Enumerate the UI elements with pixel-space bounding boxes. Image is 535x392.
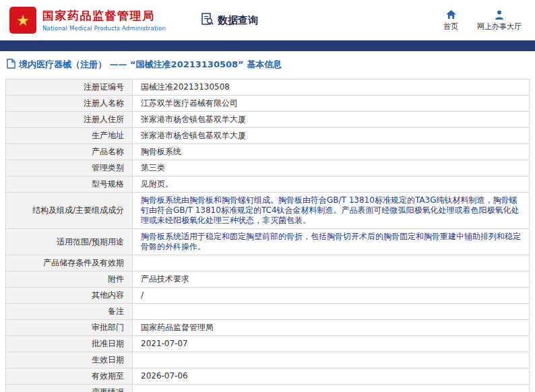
data-query-tab[interactable]: 数据查询 [201, 12, 258, 28]
row-value: 2021-07-07 [133, 336, 530, 352]
table-row: 适用范围/预期用途胸骨板系统适用于稳定和固定胸壁前部的骨折，包括胸骨切开术后的胸… [6, 229, 530, 255]
table-row: 生效日期 [6, 352, 530, 368]
table-row: 产品名称胸骨板系统 [6, 144, 530, 160]
row-label: 生效日期 [6, 352, 133, 368]
nav-home-label: 首页 [443, 22, 458, 32]
table-row: 结构及组成/主要组成成分胸骨板系统由胸骨板和胸骨螺钉组成。胸骨板由符合GB/T … [6, 193, 530, 229]
table-row: 批准日期2021-07-07 [6, 336, 530, 352]
breadcrumb-text: 境内医疗器械（注册） —— “国械注准20213130508” 基本信息 [19, 59, 282, 71]
row-label: 产品储存条件及有效期 [6, 255, 133, 271]
table-row: 注册人名称江苏双羊医疗器械有限公司 [6, 96, 530, 112]
row-label: 审批部门 [6, 320, 133, 336]
breadcrumb: 境内医疗器械（注册） —— “国械注准20213130508” 基本信息 [0, 51, 535, 77]
table-row: 其他内容/ [6, 288, 530, 304]
row-value: 胸骨板系统由胸骨板和胸骨螺钉组成。胸骨板由符合GB/T 13810标准规定的TA… [133, 193, 530, 229]
row-value: 江苏双羊医疗器械有限公司 [133, 96, 530, 112]
agency-name-en: National Medical Products Administration [42, 25, 166, 32]
row-label: 注册人住所 [6, 112, 133, 128]
row-label: 备注 [6, 304, 133, 320]
data-query-label: 数据查询 [218, 14, 258, 27]
row-label: 生产地址 [6, 128, 133, 144]
row-label: 注册人名称 [6, 96, 133, 112]
row-label: 有效期至 [6, 368, 133, 385]
table-row: 型号规格见附页。 [6, 176, 530, 193]
top-right-nav: 首页 网上办事大厅 [443, 9, 522, 32]
nmpa-emblem-logo: ★ [9, 7, 36, 34]
table-row: 产品储存条件及有效期 [6, 255, 530, 271]
table-row: 有效期至2026-07-06 [6, 368, 530, 385]
person-icon [495, 9, 504, 20]
row-label: 附件 [6, 271, 133, 288]
registration-info-table: 注册证编号国械注准20213130508注册人名称江苏双羊医疗器械有限公司注册人… [5, 79, 530, 392]
header-navy-bar [0, 40, 535, 51]
row-value: 胸骨板系统 [133, 144, 530, 160]
row-value [133, 352, 530, 368]
table-row: 审批部门国家药品监督管理局 [6, 320, 530, 336]
national-emblem-icon: ★ [16, 12, 30, 29]
table-row: 注册证编号国械注准20213130508 [6, 79, 530, 96]
table-row: 注册人住所张家港市杨舍镇包基双羊大厦 [6, 112, 530, 128]
row-label: 适用范围/预期用途 [6, 229, 133, 255]
row-label: 注册证编号 [6, 79, 133, 96]
row-label: 管理类别 [6, 160, 133, 176]
row-label: 结构及组成/主要组成成分 [6, 193, 133, 229]
row-value: 张家港市杨舍镇包基双羊大厦 [133, 128, 530, 144]
agency-title-block: 国家药品监督管理局 National Medical Products Admi… [42, 9, 166, 32]
document-icon [7, 59, 15, 71]
table-row: 变更情况 [6, 385, 530, 392]
row-label: 批准日期 [6, 336, 133, 352]
row-value: 张家港市杨舍镇包基双羊大厦 [133, 112, 530, 128]
row-value: 国械注准20213130508 [133, 79, 530, 96]
table-row: 管理类别第三类 [6, 160, 530, 176]
row-value: / [133, 288, 530, 304]
row-value: 国家药品监督管理局 [133, 320, 530, 336]
row-value: 胸骨板系统适用于稳定和固定胸壁前部的骨折，包括胸骨切开术后的胸骨固定和胸骨重建中… [133, 229, 530, 255]
table-row: 备注 [6, 304, 530, 320]
nav-home[interactable]: 首页 [443, 9, 458, 32]
row-label: 产品名称 [6, 144, 133, 160]
row-value [133, 255, 530, 271]
document-search-icon [201, 12, 214, 28]
home-icon [446, 9, 456, 20]
row-value: 产品技术要求 [133, 271, 530, 288]
row-label: 其他内容 [6, 288, 133, 304]
row-value: 2026-07-06 [133, 368, 530, 385]
row-label: 变更情况 [6, 385, 133, 392]
table-row: 生产地址张家港市杨舍镇包基双羊大厦 [6, 128, 530, 144]
agency-name-cn: 国家药品监督管理局 [42, 9, 166, 23]
row-label: 型号规格 [6, 176, 133, 193]
site-header: ★ 国家药品监督管理局 National Medical Products Ad… [0, 0, 535, 40]
table-row: 附件产品技术要求 [6, 271, 530, 288]
row-value: 第三类 [133, 160, 530, 176]
nav-online-hall[interactable]: 网上办事大厅 [477, 9, 522, 32]
row-value [133, 304, 530, 320]
table-wrapper: 注册证编号国械注准20213130508注册人名称江苏双羊医疗器械有限公司注册人… [0, 77, 535, 392]
row-value [133, 385, 530, 392]
row-value: 见附页。 [133, 176, 530, 193]
page-root: ★ 国家药品监督管理局 National Medical Products Ad… [0, 0, 535, 392]
nav-hall-label: 网上办事大厅 [477, 22, 522, 32]
